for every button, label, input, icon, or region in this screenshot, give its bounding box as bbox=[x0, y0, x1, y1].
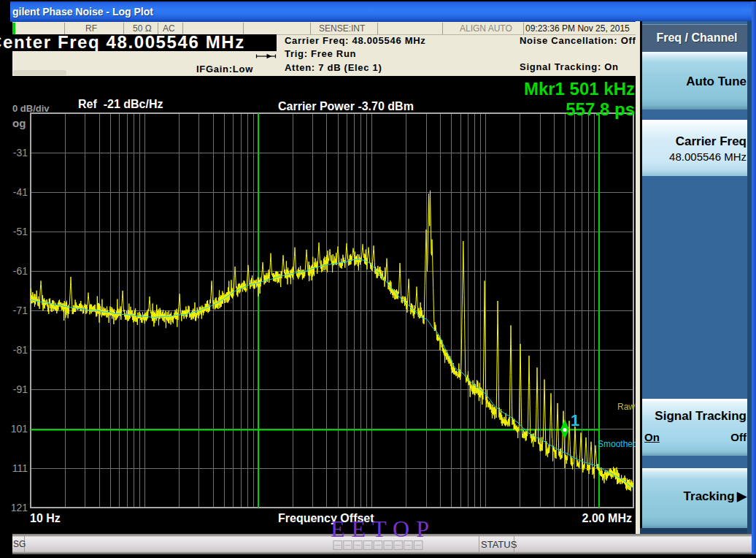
svg-text:Raw: Raw bbox=[617, 402, 635, 412]
svg-text:Mkr1 501 kHz: Mkr1 501 kHz bbox=[524, 79, 635, 99]
svg-text:557.8 ps: 557.8 ps bbox=[566, 99, 635, 119]
svg-text:1: 1 bbox=[571, 411, 579, 429]
svg-text:Smoothed: Smoothed bbox=[598, 439, 636, 449]
svg-text:2.00 MHz: 2.00 MHz bbox=[582, 512, 632, 524]
